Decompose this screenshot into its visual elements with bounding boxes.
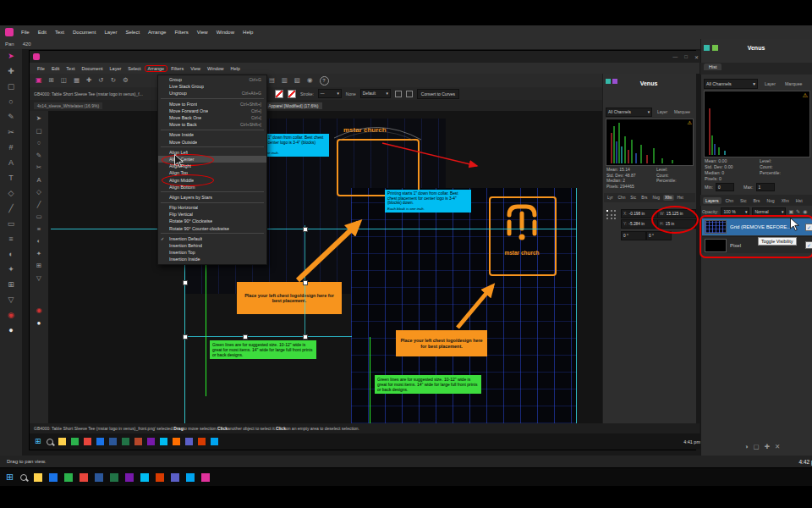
layer-visibility-checkbox[interactable]: ✓ — [805, 224, 812, 231]
move-tool-icon[interactable]: ➤ — [8, 52, 14, 60]
panel-tab[interactable]: Brs — [639, 195, 649, 201]
menu-item[interactable]: Edit — [34, 30, 51, 35]
transform-y-field[interactable]: Y:-5.284 in — [621, 219, 658, 229]
arrange-menu-item[interactable]: Move Back One Ctrl+[ — [158, 114, 266, 121]
color-swatch-icon[interactable]: ◉ — [8, 312, 14, 319]
doc-tab[interactable]: GB4000: Table Short Sleeve Tee (mstar lo… — [34, 91, 156, 97]
tab-layer[interactable]: Layer — [762, 80, 778, 87]
arrange-menu-item[interactable] — [161, 202, 264, 203]
panel-tab[interactable]: Chn — [617, 195, 628, 201]
tab-marquee[interactable]: Marquee — [782, 80, 804, 87]
checkbox-icon[interactable] — [406, 91, 413, 97]
arrange-menu-item[interactable]: Align Right — [158, 163, 266, 169]
arrange-menu-item[interactable] — [161, 130, 264, 130]
taskbar-app-icon[interactable] — [95, 473, 103, 482]
taskbar-app-icon[interactable] — [198, 438, 206, 445]
pen-tool-icon[interactable]: ✎ — [36, 152, 41, 159]
system-clock[interactable]: 4:42 pm — [799, 459, 812, 465]
panel-tab[interactable]: Hst — [793, 197, 805, 204]
grid-tool-icon[interactable]: # — [8, 144, 13, 152]
taskbar-app-icon[interactable] — [34, 473, 42, 482]
arrange-menu-item[interactable]: Insertion Top — [158, 249, 266, 256]
transform-x-field[interactable]: X:-0.198 in — [621, 209, 658, 218]
arrange-menu-item[interactable]: Align Middle — [158, 176, 266, 183]
no-stroke-swatch-icon[interactable] — [288, 90, 296, 98]
tab-histogram[interactable]: Hist — [704, 64, 721, 70]
menu-item[interactable]: Arrange — [144, 30, 170, 35]
tab-layer[interactable]: Layer — [656, 109, 669, 115]
arrange-menu-item[interactable]: Insertion Inside — [158, 256, 266, 262]
layer-row-grid[interactable]: Grid (REMOVE BEFORE... ✓ — [702, 218, 812, 235]
channels-dropdown[interactable]: All Channels▾ — [704, 79, 758, 89]
marquee-tool-icon[interactable]: ▢ — [8, 83, 15, 91]
close-icon[interactable]: ✕ — [694, 54, 699, 60]
taskbar-app-icon[interactable] — [201, 473, 210, 482]
menu-item[interactable]: View — [193, 30, 212, 35]
blend-default-dropdown[interactable]: Default▾ — [360, 89, 391, 98]
link-icon[interactable]: ◉ — [803, 209, 807, 214]
menu-item[interactable]: Layer — [100, 30, 121, 35]
checkbox-icon[interactable] — [395, 91, 402, 97]
transform-origin-icon[interactable]: ◉ — [307, 77, 313, 84]
selection-handle[interactable] — [243, 334, 248, 340]
search-icon[interactable] — [20, 474, 27, 481]
minimize-icon[interactable]: — — [672, 54, 678, 59]
open-doc-icon[interactable]: ◫ — [61, 77, 67, 84]
arrange-menu-item[interactable] — [161, 146, 264, 147]
menu-item[interactable]: Layer — [107, 66, 125, 71]
arrange-menu-item[interactable]: Insertion Behind — [158, 242, 266, 249]
taskbar-app-icon[interactable] — [140, 473, 149, 482]
taskbar-app-icon[interactable] — [80, 473, 88, 482]
edit-all-layers-icon[interactable]: ✎ — [796, 209, 800, 214]
taskbar-app-icon[interactable] — [156, 473, 164, 482]
color-swatch-icon[interactable]: ◉ — [36, 307, 42, 314]
ellipse-tool-icon[interactable]: ○ — [8, 98, 13, 106]
panel-tab[interactable]: Stc — [738, 197, 749, 204]
taskbar-app-icon[interactable] — [186, 473, 195, 482]
panel-tab[interactable]: Chn — [723, 197, 737, 204]
marquee-tool-icon[interactable]: ▢ — [36, 128, 41, 135]
rectangle-tool-icon[interactable]: ▭ — [36, 213, 41, 220]
taskbar-app-icon[interactable] — [211, 438, 218, 445]
dodge-tool-icon[interactable]: ◐ — [8, 251, 13, 258]
menu-item[interactable]: Document — [78, 66, 106, 71]
taskbar-app-icon[interactable] — [147, 438, 155, 445]
order-front-icon[interactable]: ▤ — [269, 77, 275, 84]
min-input[interactable]: 0 — [716, 183, 734, 191]
channels-dropdown[interactable]: All Channels▾ — [606, 108, 652, 117]
secondary-swatch-icon[interactable]: ● — [37, 320, 41, 327]
arrange-menu-item[interactable]: Ungroup Ctrl+Alt+G — [158, 90, 266, 97]
doc-tab[interactable]: 4x14_sleeve_Whitelatex (16.9%) — [34, 102, 102, 109]
lock-icon[interactable]: ▣ — [788, 209, 793, 214]
menu-item[interactable]: Text — [51, 30, 69, 35]
menu-item[interactable]: Arrange — [145, 65, 168, 72]
settings-icon[interactable]: ⚙ — [123, 77, 129, 84]
delete-layer-icon[interactable]: ✕ — [775, 444, 780, 450]
taskbar-app-icon[interactable] — [122, 438, 129, 445]
align-panel-icon[interactable]: ▧ — [294, 77, 300, 84]
layers-tool-icon[interactable]: ≡ — [8, 235, 13, 243]
panel-tab[interactable]: Stc — [628, 195, 638, 201]
taskbar-app-icon[interactable] — [134, 438, 142, 445]
redo-icon[interactable]: ↻ — [111, 77, 116, 84]
arrange-menu-item[interactable]: Move Forward One Ctrl+] — [158, 108, 266, 114]
order-back-icon[interactable]: ▥ — [282, 77, 288, 84]
menu-item[interactable]: Select — [121, 30, 144, 35]
taskbar-app-icon[interactable] — [110, 473, 118, 482]
mesh-tool-icon[interactable]: ⊞ — [8, 281, 14, 289]
menu-item[interactable]: Text — [63, 66, 78, 71]
menu-item[interactable]: View — [187, 66, 204, 71]
secondary-swatch-icon[interactable]: ● — [8, 327, 13, 334]
crosshair-tool-icon[interactable]: ✚ — [8, 68, 14, 75]
convert-to-curves-button[interactable]: Convert to Curves — [417, 89, 459, 99]
artistic-text-tool-icon[interactable]: A — [8, 159, 14, 167]
snapping-icon[interactable]: ✚ — [86, 77, 91, 84]
text-tool-icon[interactable]: A — [36, 177, 41, 184]
gradient-tool-icon[interactable]: ▽ — [8, 296, 14, 304]
layers-tool-icon[interactable]: ≡ — [37, 226, 41, 233]
transform-w-field[interactable]: W:15.125 in — [657, 209, 696, 218]
selection-handle[interactable] — [303, 280, 308, 285]
new-doc-icon[interactable]: ⊞ — [49, 77, 54, 84]
taskbar-app-icon[interactable] — [173, 438, 180, 445]
menu-item[interactable]: Document — [69, 30, 100, 35]
